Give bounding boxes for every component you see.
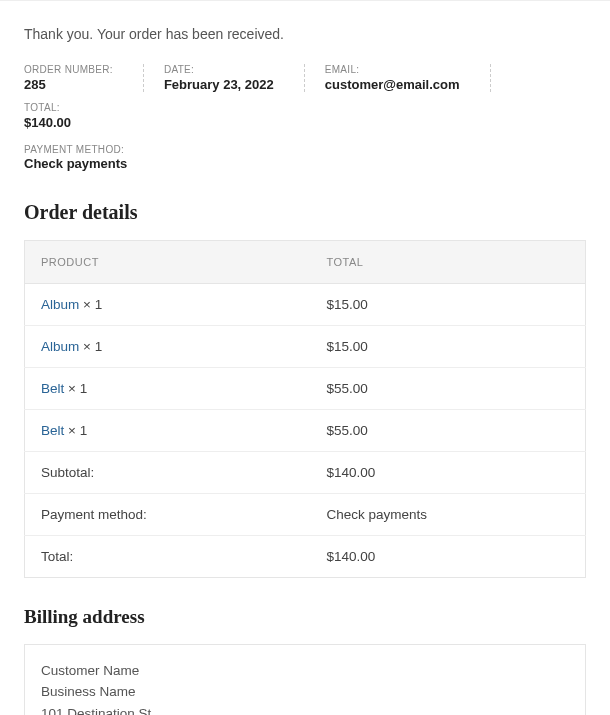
date-label: DATE: <box>164 64 274 75</box>
billing-address-heading: Billing address <box>24 606 586 628</box>
table-row: Album × 1 $15.00 <box>25 284 586 326</box>
payment-method-value: Check payments <box>24 156 586 171</box>
meta-total: TOTAL: $140.00 <box>24 102 101 130</box>
product-qty: × 1 <box>64 381 87 396</box>
billing-company: Business Name <box>41 682 569 702</box>
table-row: Album × 1 $15.00 <box>25 326 586 368</box>
meta-email: EMAIL: customer@email.com <box>325 64 491 92</box>
total-row-value: $140.00 <box>310 536 585 578</box>
order-details-heading: Order details <box>24 201 586 224</box>
meta-payment-method: PAYMENT METHOD: Check payments <box>24 144 586 171</box>
billing-street: 101 Destination St. <box>41 704 569 716</box>
meta-order-number: ORDER NUMBER: 285 <box>24 64 144 92</box>
order-meta: ORDER NUMBER: 285 DATE: February 23, 202… <box>24 64 586 140</box>
subtotal-row: Subtotal: $140.00 <box>25 452 586 494</box>
subtotal-value: $140.00 <box>310 452 585 494</box>
total-value: $140.00 <box>24 115 71 130</box>
line-total: $55.00 <box>310 368 585 410</box>
date-value: February 23, 2022 <box>164 77 274 92</box>
thank-you-message: Thank you. Your order has been received. <box>24 26 586 42</box>
table-row: Belt × 1 $55.00 <box>25 410 586 452</box>
email-value: customer@email.com <box>325 77 460 92</box>
product-link[interactable]: Album <box>41 339 79 354</box>
meta-date: DATE: February 23, 2022 <box>164 64 305 92</box>
total-row-label: Total: <box>25 536 311 578</box>
order-number-label: ORDER NUMBER: <box>24 64 113 75</box>
product-link[interactable]: Belt <box>41 423 64 438</box>
product-qty: × 1 <box>79 339 102 354</box>
table-row: Belt × 1 $55.00 <box>25 368 586 410</box>
subtotal-label: Subtotal: <box>25 452 311 494</box>
payment-method-row-label: Payment method: <box>25 494 311 536</box>
total-label: TOTAL: <box>24 102 71 113</box>
line-total: $15.00 <box>310 326 585 368</box>
billing-address-box: Customer Name Business Name 101 Destinat… <box>24 644 586 715</box>
email-label: EMAIL: <box>325 64 460 75</box>
total-row: Total: $140.00 <box>25 536 586 578</box>
billing-name: Customer Name <box>41 661 569 681</box>
product-link[interactable]: Belt <box>41 381 64 396</box>
col-header-total: TOTAL <box>310 241 585 284</box>
order-number-value: 285 <box>24 77 113 92</box>
product-qty: × 1 <box>79 297 102 312</box>
payment-method-label: PAYMENT METHOD: <box>24 144 586 155</box>
col-header-product: PRODUCT <box>25 241 311 284</box>
payment-method-row: Payment method: Check payments <box>25 494 586 536</box>
payment-method-row-value: Check payments <box>310 494 585 536</box>
product-qty: × 1 <box>64 423 87 438</box>
line-total: $15.00 <box>310 284 585 326</box>
order-details-table: PRODUCT TOTAL Album × 1 $15.00 Album × 1… <box>24 240 586 578</box>
line-total: $55.00 <box>310 410 585 452</box>
product-link[interactable]: Album <box>41 297 79 312</box>
